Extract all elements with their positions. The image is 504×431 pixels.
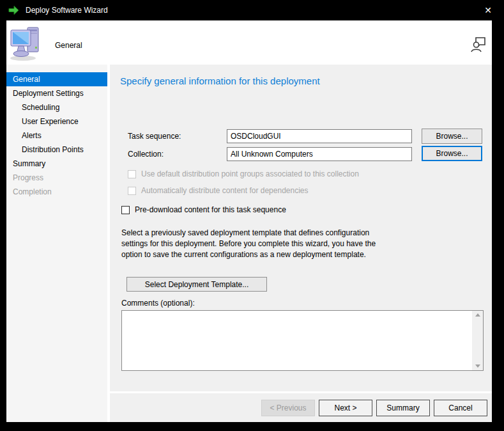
feedback-person-icon[interactable] xyxy=(470,36,487,53)
close-icon[interactable]: ✕ xyxy=(480,3,496,18)
next-button[interactable]: Next > xyxy=(319,400,372,416)
checkbox-label: Pre-download content for this task seque… xyxy=(135,205,286,214)
window-title: Deploy Software Wizard xyxy=(26,6,108,15)
comments-label: Comments (optional): xyxy=(121,299,195,308)
sidebar-item-summary[interactable]: Summary xyxy=(6,157,107,171)
checkbox-box[interactable] xyxy=(121,206,130,214)
comments-field-frame xyxy=(121,310,484,371)
wizard-sidebar: General Deployment Settings Scheduling U… xyxy=(6,65,107,422)
title-bar: Deploy Software Wizard ✕ xyxy=(0,0,504,20)
comments-textarea[interactable] xyxy=(122,311,472,370)
template-description: Select a previously saved deployment tem… xyxy=(121,228,386,260)
select-deployment-template-button[interactable]: Select Deployment Template... xyxy=(126,277,267,292)
task-sequence-browse-button[interactable]: Browse... xyxy=(422,129,482,144)
wizard-footer: < Previous Next > Summary Cancel xyxy=(110,393,492,422)
previous-button: < Previous xyxy=(261,400,315,416)
auto-distribute-dependencies-checkbox: Automatically distribute content for dep… xyxy=(128,186,309,195)
checkbox-label: Automatically distribute content for dep… xyxy=(141,186,309,195)
summary-button[interactable]: Summary xyxy=(376,400,430,416)
pre-download-content-checkbox[interactable]: Pre-download content for this task seque… xyxy=(121,205,286,214)
header-page-title: General xyxy=(55,41,82,50)
checkbox-box xyxy=(128,187,136,195)
checkbox-label: Use default distribution point groups as… xyxy=(141,169,359,178)
sidebar-item-user-experience[interactable]: User Experience xyxy=(6,114,107,129)
cancel-button[interactable]: Cancel xyxy=(434,400,487,416)
wizard-header: General xyxy=(6,20,492,65)
sidebar-item-deployment-settings[interactable]: Deployment Settings xyxy=(6,86,107,100)
scroll-down-icon[interactable] xyxy=(475,364,480,368)
task-sequence-label: Task sequence: xyxy=(128,132,181,141)
sidebar-item-scheduling[interactable]: Scheduling xyxy=(6,100,107,114)
task-sequence-input[interactable] xyxy=(227,129,412,143)
deploy-software-wizard-window: Deploy Software Wizard ✕ General General… xyxy=(0,0,504,431)
page-heading: Specify general information for this dep… xyxy=(120,75,320,86)
checkbox-box xyxy=(128,170,136,178)
sidebar-item-distribution-points[interactable]: Distribution Points xyxy=(6,143,107,157)
sidebar-item-general[interactable]: General xyxy=(6,72,107,86)
sidebar-item-completion: Completion xyxy=(6,185,107,199)
collection-browse-button[interactable]: Browse... xyxy=(422,146,482,161)
green-arrow-icon xyxy=(8,5,19,15)
use-default-dp-groups-checkbox: Use default distribution point groups as… xyxy=(128,169,359,178)
sidebar-item-progress: Progress xyxy=(6,171,107,185)
collection-input[interactable] xyxy=(227,147,412,161)
comments-scrollbar[interactable] xyxy=(472,311,483,370)
sidebar-item-alerts[interactable]: Alerts xyxy=(6,129,107,143)
computer-icon xyxy=(9,24,42,61)
scroll-up-icon[interactable] xyxy=(475,313,480,317)
wizard-content: Specify general information for this dep… xyxy=(110,65,492,391)
collection-label: Collection: xyxy=(128,150,164,159)
